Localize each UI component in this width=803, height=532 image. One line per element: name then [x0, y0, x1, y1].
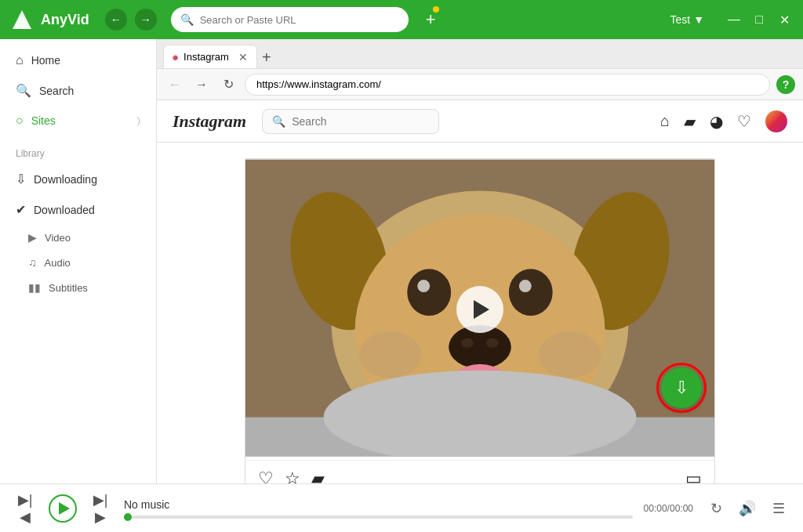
library-label: Library [0, 136, 156, 164]
post-comment-icon[interactable]: ☆ [285, 469, 300, 483]
address-bar: ← → ↻ ? [157, 69, 803, 100]
subtitles-icon: ▮▮ [28, 281, 41, 294]
post-image-wrap[interactable]: ⇩ [245, 159, 714, 460]
time-display: 00:00/00:00 [644, 503, 693, 514]
audio-icon: ♫ [28, 256, 37, 269]
instagram-search-icon: 🔍 [272, 115, 285, 128]
home-icon: ⌂ [16, 53, 24, 67]
sidebar: ⌂ Home 🔍 Search ○ Sites 〉 Library ⇩ Down… [0, 39, 157, 483]
sites-icon: ○ [16, 114, 24, 128]
instagram-search-input[interactable] [292, 115, 429, 128]
sidebar-item-sites[interactable]: ○ Sites 〉 [0, 106, 156, 136]
check-circle-icon: ✔ [16, 202, 26, 217]
instagram-heart-icon[interactable]: ♡ [737, 112, 751, 131]
search-icon: 🔍 [180, 13, 194, 26]
post-container: ⇩ ♡ ☆ ▰ ▭ 19,099 views [157, 143, 803, 483]
svg-point-7 [407, 269, 451, 316]
download-highlight-border: ⇩ [656, 363, 707, 413]
volume-button[interactable]: 🔊 [736, 497, 759, 520]
download-button[interactable]: ⇩ [661, 367, 702, 408]
instagram-tab-icon: ● [172, 50, 179, 63]
browser-back-button[interactable]: ← [165, 74, 185, 95]
download-arrow-icon: ⇩ [16, 172, 26, 186]
sidebar-item-home[interactable]: ⌂ Home [0, 45, 156, 75]
sidebar-item-downloading[interactable]: ⇩ Downloading [0, 164, 156, 194]
app-title: AnyVid [41, 12, 89, 28]
new-tab-button[interactable]: + [262, 49, 271, 67]
close-button[interactable]: ✕ [775, 10, 794, 29]
app-logo-icon [9, 7, 35, 32]
logo-area: AnyVid [9, 7, 89, 32]
instagram-avatar[interactable] [765, 110, 787, 132]
back-button[interactable]: ← [105, 9, 127, 31]
post-like-icon[interactable]: ♡ [258, 469, 274, 483]
instagram-logo: Instagram [173, 111, 246, 132]
play-overlay-button[interactable] [456, 286, 503, 333]
sidebar-item-video[interactable]: ▶ Video [0, 225, 156, 250]
post-bookmark-icon[interactable]: ▭ [685, 469, 702, 483]
instagram-nav: ⌂ ▰ ◕ ♡ [660, 110, 787, 132]
svg-point-10 [519, 280, 532, 292]
post-share-icon[interactable]: ▰ [311, 469, 325, 483]
url-input[interactable] [245, 74, 770, 96]
web-content: Instagram 🔍 ⌂ ▰ ◕ ♡ [157, 100, 803, 483]
instagram-post: ⇩ ♡ ☆ ▰ ▭ 19,099 views [245, 158, 715, 483]
forward-button[interactable]: → [135, 9, 157, 31]
download-overlay: ⇩ [656, 363, 707, 413]
sidebar-item-audio[interactable]: ♫ Audio [0, 250, 156, 275]
search-icon: 🔍 [16, 83, 31, 98]
instagram-search-box[interactable]: 🔍 [262, 109, 439, 134]
instagram-header: Instagram 🔍 ⌂ ▰ ◕ ♡ [157, 100, 803, 143]
tab-close-button[interactable]: ✕ [238, 52, 248, 63]
player-bar: ▶|◀ ▶|▶ No music 00:00/00:00 ↻ 🔊 ☰ [0, 483, 803, 532]
instagram-send-icon[interactable]: ▰ [684, 112, 696, 131]
main-layout: ⌂ Home 🔍 Search ○ Sites 〉 Library ⇩ Down… [0, 39, 803, 483]
chevron-right-icon: 〉 [137, 115, 140, 126]
next-track-button[interactable]: ▶|▶ [88, 496, 113, 521]
browser-refresh-button[interactable]: ↻ [218, 74, 238, 95]
play-pause-button[interactable] [49, 494, 77, 523]
tab-bar: ● Instagram ✕ + [157, 39, 803, 69]
repeat-button[interactable]: ↻ [704, 497, 728, 520]
track-info: No music [124, 498, 633, 519]
search-bar: 🔍 [171, 7, 409, 32]
prev-track-button[interactable]: ▶|◀ [13, 496, 38, 521]
browser-tab-instagram[interactable]: ● Instagram ✕ [163, 45, 257, 68]
svg-point-13 [486, 338, 499, 348]
sidebar-item-subtitles[interactable]: ▮▮ Subtitles [0, 275, 156, 300]
queue-button[interactable]: ☰ [767, 497, 790, 520]
add-tab-button[interactable]: + [426, 9, 436, 30]
sidebar-item-downloaded[interactable]: ✔ Downloaded [0, 194, 156, 225]
window-controls: — □ ✕ [725, 10, 794, 29]
post-actions: ♡ ☆ ▰ ▭ [245, 460, 714, 483]
svg-point-17 [359, 331, 422, 378]
track-name: No music [124, 498, 633, 511]
svg-point-8 [509, 269, 553, 316]
maximize-button[interactable]: □ [750, 10, 768, 29]
svg-point-9 [417, 280, 430, 292]
minimize-button[interactable]: — [725, 10, 743, 29]
help-button[interactable]: ? [776, 75, 795, 94]
player-right-controls: ↻ 🔊 ☰ [704, 497, 790, 520]
svg-point-18 [539, 331, 601, 378]
sidebar-item-search[interactable]: 🔍 Search [0, 75, 156, 106]
instagram-home-icon[interactable]: ⌂ [660, 112, 670, 130]
user-menu-button[interactable]: Test ▼ [670, 13, 704, 26]
title-bar: AnyVid ← → 🔍 + Test ▼ — □ ✕ [0, 0, 803, 39]
search-input[interactable] [200, 14, 399, 26]
progress-bar[interactable] [124, 516, 633, 519]
video-icon: ▶ [28, 231, 37, 244]
progress-dot [124, 513, 132, 521]
instagram-compass-icon[interactable]: ◕ [710, 112, 723, 131]
browser-area: ● Instagram ✕ + ← → ↻ ? Instagram 🔍 [157, 39, 803, 483]
browser-forward-button[interactable]: → [191, 74, 212, 95]
svg-marker-1 [13, 16, 31, 29]
svg-point-12 [461, 338, 474, 348]
